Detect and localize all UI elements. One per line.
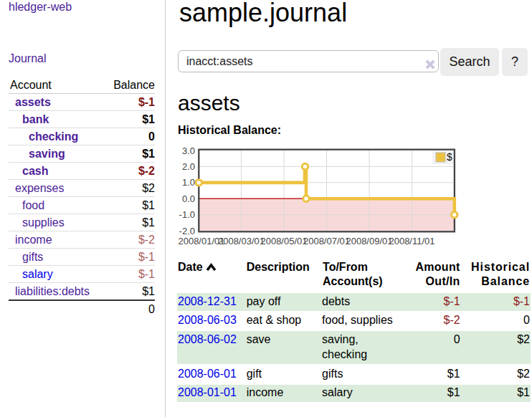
- svg-text:2008/05/01: 2008/05/01: [260, 236, 307, 245]
- svg-text:2008/07/01: 2008/07/01: [303, 236, 350, 245]
- svg-text:0.0: 0.0: [182, 193, 195, 204]
- svg-text:1.0: 1.0: [182, 177, 195, 188]
- svg-text:-2.0: -2.0: [179, 226, 195, 236]
- svg-text:-1.0: -1.0: [179, 209, 195, 220]
- svg-text:3.0: 3.0: [182, 145, 195, 156]
- svg-text:2008/03/01: 2008/03/01: [218, 236, 265, 245]
- svg-text:2008/09/01: 2008/09/01: [346, 236, 392, 245]
- svg-text:2.0: 2.0: [182, 161, 195, 172]
- svg-text:$: $: [447, 151, 452, 163]
- svg-text:2008/11/01: 2008/11/01: [389, 236, 434, 245]
